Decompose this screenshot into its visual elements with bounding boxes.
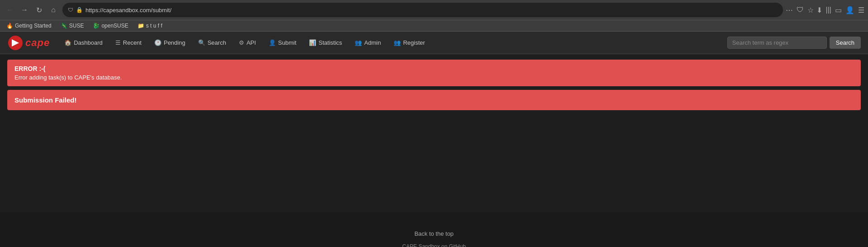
- download-icon[interactable]: ⬇: [816, 6, 822, 14]
- pocket-icon[interactable]: 🛡: [797, 6, 804, 14]
- error-title: ERROR :-(: [14, 65, 854, 72]
- nav-submit-label: Submit: [278, 39, 296, 46]
- dashboard-icon: 🏠: [64, 39, 71, 46]
- shield-icon: 🛡: [68, 7, 73, 13]
- bookmark-suse[interactable]: 🦎 SUSE: [58, 22, 87, 30]
- nav-dashboard[interactable]: 🏠 Dashboard: [59, 36, 108, 50]
- nav-dashboard-label: Dashboard: [74, 39, 103, 46]
- admin-icon: 👥: [355, 39, 362, 46]
- browser-menu-icons: ⋯ 🛡 ☆: [786, 6, 814, 14]
- bookmark-label: Getting Started: [15, 23, 52, 29]
- submission-failed-alert: Submission Failed!: [7, 90, 861, 110]
- nav-statistics[interactable]: 📊 Statistics: [304, 36, 347, 50]
- nav-api[interactable]: ⚙ API: [233, 36, 261, 50]
- nav-buttons: ← → ↻ ⌂: [4, 4, 60, 16]
- nav-pending[interactable]: 🕐 Pending: [149, 36, 191, 50]
- browser-chrome: ← → ↻ ⌂ 🛡 🔒 https://capesandbox.com/subm…: [0, 0, 868, 32]
- sidebar-icon[interactable]: ▭: [835, 6, 842, 14]
- forward-button[interactable]: →: [18, 4, 31, 16]
- github-link[interactable]: CAPE Sandbox on GitHub: [402, 243, 466, 247]
- address-bar[interactable]: 🛡 🔒 https://capesandbox.com/submit/: [62, 3, 783, 17]
- app-navbar: cape 🏠 Dashboard ☰ Recent 🕐 Pending 🔍 Se…: [0, 32, 868, 54]
- folder-icon: 📁: [138, 23, 144, 29]
- nav-search-label: Search: [208, 39, 226, 46]
- browser-right-icons: ⬇ ||| ▭ 👤 ☰: [816, 6, 864, 14]
- main-content: ERROR :-( Error adding task(s) to CAPE's…: [0, 54, 868, 212]
- statistics-icon: 📊: [309, 39, 316, 46]
- bookmark-opensuse[interactable]: 🐉 openSUSE: [90, 22, 131, 30]
- nav-links: 🏠 Dashboard ☰ Recent 🕐 Pending 🔍 Search …: [59, 36, 727, 50]
- nav-register-label: Register: [403, 39, 425, 46]
- nav-statistics-label: Statistics: [318, 39, 342, 46]
- nav-register[interactable]: 👥 Register: [388, 36, 430, 50]
- library-icon[interactable]: |||: [826, 6, 831, 14]
- submission-failed-text: Submission Failed!: [14, 96, 77, 104]
- search-input[interactable]: [727, 37, 827, 49]
- home-button[interactable]: ⌂: [47, 4, 60, 16]
- more-options-icon[interactable]: ⋯: [786, 6, 793, 14]
- star-icon[interactable]: ☆: [807, 6, 814, 14]
- footer-area: Back to the top CAPE Sandbox on GitHub: [0, 212, 868, 247]
- api-icon: ⚙: [239, 39, 244, 46]
- bookmarks-bar: 🔥 Getting Started 🦎 SUSE 🐉 openSUSE 📁 s …: [0, 20, 868, 31]
- nav-pending-label: Pending: [164, 39, 185, 46]
- back-to-top-link[interactable]: Back to the top: [7, 230, 861, 237]
- nav-admin[interactable]: 👥 Admin: [349, 36, 386, 50]
- nav-recent-label: Recent: [123, 39, 142, 46]
- app-logo[interactable]: cape: [7, 35, 50, 51]
- logo-svg: [7, 35, 24, 51]
- search-nav-icon: 🔍: [198, 39, 205, 46]
- nav-search[interactable]: 🔍 Search: [193, 36, 232, 50]
- nav-submit[interactable]: 👤 Submit: [263, 36, 302, 50]
- back-button[interactable]: ←: [4, 4, 16, 16]
- opensuse-icon: 🐉: [93, 23, 100, 29]
- recent-icon: ☰: [115, 39, 121, 46]
- logo-text: cape: [25, 37, 50, 49]
- submit-icon: 👤: [269, 39, 276, 46]
- hamburger-icon[interactable]: ☰: [858, 6, 864, 14]
- url-text: https://capesandbox.com/submit/: [85, 7, 778, 14]
- search-area: Search: [727, 37, 861, 49]
- pending-icon: 🕐: [154, 39, 161, 46]
- browser-toolbar: ← → ↻ ⌂ 🛡 🔒 https://capesandbox.com/subm…: [0, 0, 868, 20]
- error-alert: ERROR :-( Error adding task(s) to CAPE's…: [7, 60, 861, 86]
- bookmark-stuff[interactable]: 📁 s t u f f: [135, 22, 165, 30]
- getting-started-icon: 🔥: [6, 23, 13, 29]
- bookmark-getting-started[interactable]: 🔥 Getting Started: [4, 22, 54, 30]
- nav-recent[interactable]: ☰ Recent: [110, 36, 147, 50]
- refresh-button[interactable]: ↻: [33, 4, 45, 16]
- error-message: Error adding task(s) to CAPE's database.: [14, 74, 854, 81]
- lock-icon: 🔒: [76, 7, 83, 13]
- bookmark-label: s t u f f: [146, 23, 162, 29]
- suse-icon: 🦎: [61, 23, 67, 29]
- register-icon: 👥: [394, 39, 401, 46]
- search-button[interactable]: Search: [830, 37, 861, 49]
- bookmark-label: SUSE: [69, 23, 84, 29]
- bookmark-label: openSUSE: [101, 23, 128, 29]
- nav-admin-label: Admin: [364, 39, 381, 46]
- account-icon[interactable]: 👤: [845, 6, 854, 14]
- nav-api-label: API: [247, 39, 256, 46]
